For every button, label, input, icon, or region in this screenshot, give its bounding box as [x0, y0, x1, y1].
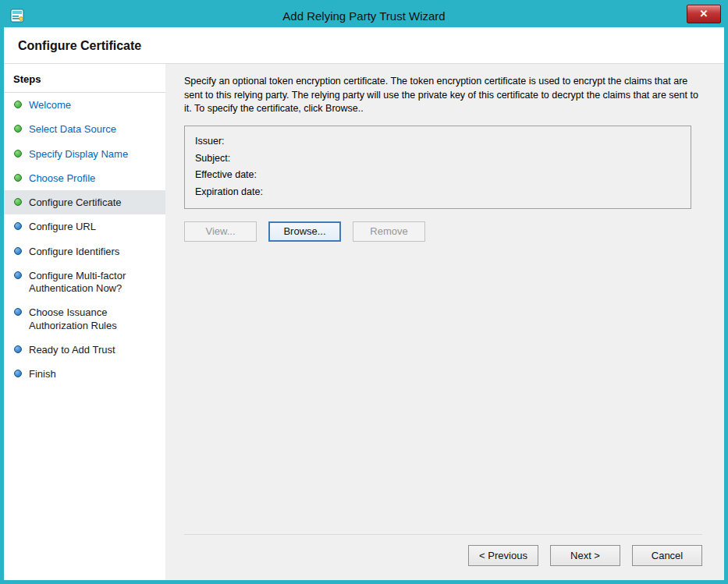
sidebar-item-choose-issuance-rules: Choose Issuance Authorization Rules [4, 300, 165, 338]
step-label: Ready to Add Trust [29, 344, 115, 356]
step-label: Configure URL [29, 221, 96, 233]
sidebar-item-welcome[interactable]: Welcome [4, 93, 165, 117]
close-button[interactable]: ✕ [687, 5, 721, 23]
cancel-button[interactable]: Cancel [632, 545, 702, 566]
wizard-window: Add Relying Party Trust Wizard ✕ Configu… [0, 0, 728, 584]
step-label: Choose Profile [29, 172, 95, 185]
step-status-icon [14, 125, 22, 133]
page-title: Configure Certificate [18, 39, 710, 53]
certificate-subject-label: Subject: [195, 150, 680, 167]
sidebar-item-configure-identifiers: Configure Identifiers [4, 239, 165, 264]
step-label: Configure Identifiers [29, 246, 119, 258]
wizard-footer: < Previous Next > Cancel [184, 534, 702, 566]
certificate-details-box: Issuer: Subject: Effective date: Expirat… [184, 126, 691, 209]
step-status-icon [14, 370, 22, 377]
previous-button[interactable]: < Previous [468, 545, 538, 566]
description-text: Specify an optional token encryption cer… [184, 75, 702, 116]
step-label: Select Data Source [29, 123, 116, 136]
remove-button: Remove [353, 221, 425, 242]
step-status-icon [14, 222, 22, 230]
main-content: Specify an optional token encryption cer… [165, 64, 724, 580]
step-label: Configure Multi-factor Authentication No… [29, 270, 158, 296]
certificate-effective-date-label: Effective date: [195, 167, 680, 184]
title-bar: Add Relying Party Trust Wizard ✕ [4, 4, 724, 27]
sidebar-item-ready-to-add-trust: Ready to Add Trust [4, 338, 165, 362]
next-button[interactable]: Next > [550, 545, 620, 566]
browse-button[interactable]: Browse... [268, 221, 341, 242]
step-label: Welcome [29, 99, 71, 111]
step-status-icon [14, 174, 22, 182]
steps-sidebar: Steps Welcome Select Data Source Specify… [4, 64, 165, 580]
sidebar-item-configure-certificate: Configure Certificate [4, 190, 165, 214]
step-status-icon [14, 345, 22, 353]
steps-header: Steps [4, 65, 165, 93]
step-label: Choose Issuance Authorization Rules [29, 306, 158, 332]
certificate-actions: View... Browse... Remove [184, 221, 702, 242]
step-status-icon [14, 101, 22, 108]
step-label: Finish [29, 368, 56, 380]
step-status-icon [14, 198, 22, 206]
step-status-icon [14, 247, 22, 255]
certificate-expiration-date-label: Expiration date: [195, 183, 680, 200]
sidebar-item-finish: Finish [4, 362, 165, 386]
step-label: Specify Display Name [29, 148, 128, 161]
sidebar-item-configure-url: Configure URL [4, 214, 165, 239]
step-status-icon [14, 308, 22, 316]
sidebar-item-choose-profile[interactable]: Choose Profile [4, 166, 165, 190]
sidebar-item-specify-display-name[interactable]: Specify Display Name [4, 142, 165, 166]
step-label: Configure Certificate [29, 196, 122, 209]
window-title: Add Relying Party Trust Wizard [4, 9, 724, 23]
sidebar-item-select-data-source[interactable]: Select Data Source [4, 117, 165, 141]
certificate-issuer-label: Issuer: [195, 133, 680, 150]
view-button: View... [184, 221, 257, 242]
step-status-icon [14, 150, 22, 158]
page-header: Configure Certificate [4, 27, 724, 64]
sidebar-item-configure-mfa: Configure Multi-factor Authentication No… [4, 264, 165, 301]
step-status-icon [14, 271, 22, 279]
